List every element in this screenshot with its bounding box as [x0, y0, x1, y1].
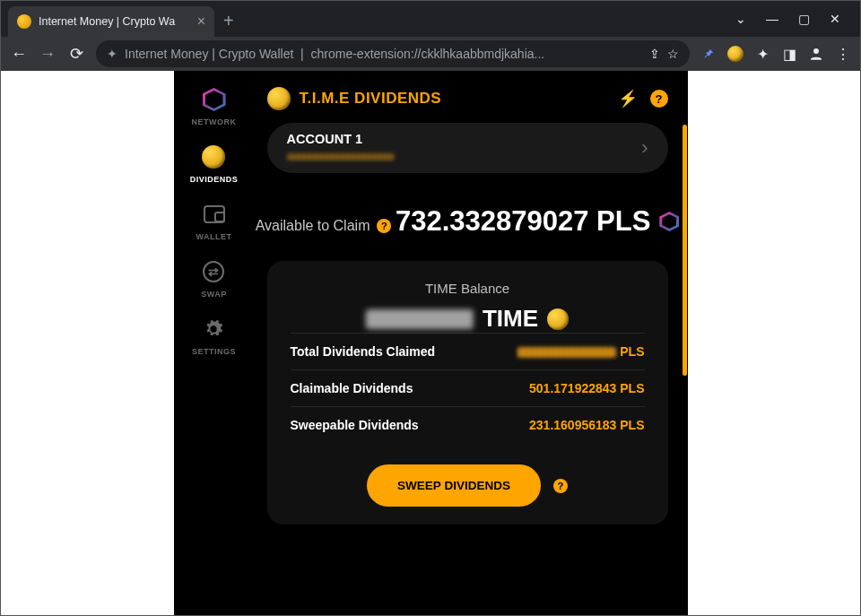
maximize-icon[interactable]: ▢ [798, 12, 810, 26]
sidebar-item-wallet[interactable]: WALLET [196, 202, 232, 241]
sidepanel-icon[interactable]: ◨ [781, 46, 797, 62]
browser-tab[interactable]: Internet Money | Crypto Wa × [8, 6, 214, 37]
sweep-dividends-button[interactable]: SWEEP DIVIDENDS [367, 464, 541, 507]
browser-toolbar: ← → ⟳ ✦ Internet Money | Crypto Wallet |… [1, 37, 860, 71]
wallet-icon [202, 202, 227, 227]
content-area: NETWORK DIVIDENDS WALLET ⇄ SWAP [1, 71, 860, 615]
window-controls: ⌄ — ▢ ✕ [723, 12, 853, 37]
stat-value: 501.171922843 PLS [529, 381, 644, 395]
chevron-down-icon[interactable]: ⌄ [735, 12, 746, 26]
swap-icon: ⇄ [201, 259, 226, 284]
extensions-icon[interactable]: ✦ [754, 46, 770, 62]
sidebar-label: DIVIDENDS [190, 175, 239, 184]
stat-row-sweepable: Sweepable Dividends 231.160956183 PLS [291, 406, 645, 443]
reload-button[interactable]: ⟳ [67, 44, 85, 64]
sidebar-item-swap[interactable]: ⇄ SWAP [201, 259, 227, 299]
minimize-icon[interactable]: — [766, 12, 778, 26]
browser-window: Internet Money | Crypto Wa × + ⌄ — ▢ ✕ ←… [0, 0, 861, 616]
help-icon[interactable]: ? [553, 479, 568, 493]
gear-icon [201, 317, 226, 342]
stat-label: Claimable Dividends [291, 381, 413, 395]
back-button[interactable]: ← [10, 45, 28, 64]
wallet-ext-icon[interactable] [727, 46, 744, 62]
time-coin-icon [267, 87, 291, 110]
wallet-app: NETWORK DIVIDENDS WALLET ⇄ SWAP [174, 71, 688, 615]
help-icon[interactable]: ? [377, 219, 391, 233]
close-window-icon[interactable]: ✕ [830, 12, 840, 26]
time-coin-icon [547, 308, 569, 330]
account-name: ACCOUNT 1 [287, 132, 395, 146]
new-tab-button[interactable]: + [214, 11, 243, 37]
balance-panel: TIME Balance TIME Total Dividends Claime… [267, 261, 668, 525]
time-unit: TIME [483, 305, 538, 333]
forward-button[interactable]: → [39, 45, 57, 64]
time-balance-row: TIME [291, 305, 645, 333]
kebab-menu-icon[interactable]: ⋮ [835, 46, 851, 62]
extension-puzzle-icon: ✦ [107, 47, 117, 61]
close-tab-icon[interactable]: × [197, 13, 205, 30]
stat-value: PLS [517, 344, 644, 359]
stat-row-claimable: Claimable Dividends 501.171922843 PLS [291, 369, 645, 406]
stat-value: 231.160956183 PLS [529, 418, 644, 432]
stat-label: Sweepable Dividends [291, 418, 419, 432]
pls-token-icon [659, 212, 679, 231]
network-icon [202, 87, 227, 112]
cta-row: SWEEP DIVIDENDS ? [291, 464, 645, 507]
dividends-icon [201, 144, 226, 169]
claim-summary: Available to Claim ? 732.332879027 PLS [255, 200, 681, 238]
sidebar-label: SETTINGS [192, 347, 236, 356]
main-panel: T.I.M.E DIVIDENDS ⚡ ? ACCOUNT 1 › Av [255, 71, 688, 615]
help-icon[interactable]: ? [650, 90, 668, 108]
omnibox-text: Internet Money | Crypto Wallet | chrome-… [125, 47, 642, 61]
account-address-hidden [287, 148, 395, 164]
scrollbar[interactable] [683, 125, 687, 376]
claim-amount: 732.332879027 PLS [396, 205, 650, 238]
claim-label: Available to Claim [256, 218, 370, 234]
bookmark-icon[interactable]: ☆ [667, 47, 679, 61]
panel-title: TIME Balance [291, 281, 645, 296]
stat-label: Total Dividends Claimed [291, 344, 436, 359]
account-selector[interactable]: ACCOUNT 1 › [267, 123, 668, 173]
sidebar-item-network[interactable]: NETWORK [192, 87, 237, 126]
sidebar-label: SWAP [201, 290, 227, 299]
sidebar: NETWORK DIVIDENDS WALLET ⇄ SWAP [174, 71, 255, 615]
page-header: T.I.M.E DIVIDENDS ⚡ ? [255, 87, 681, 123]
sidebar-label: NETWORK [192, 117, 237, 126]
chevron-right-icon: › [641, 136, 648, 160]
page-title: T.I.M.E DIVIDENDS [300, 90, 442, 108]
sidebar-item-dividends[interactable]: DIVIDENDS [190, 144, 239, 184]
sidebar-label: WALLET [196, 232, 232, 241]
time-balance-hidden [366, 309, 474, 329]
sidebar-item-settings[interactable]: SETTINGS [192, 317, 236, 356]
pin-icon[interactable] [700, 46, 717, 62]
svg-point-0 [813, 48, 819, 54]
tab-title: Internet Money | Crypto Wa [39, 15, 190, 28]
stat-row-total: Total Dividends Claimed PLS [291, 333, 645, 369]
address-bar[interactable]: ✦ Internet Money | Crypto Wallet | chrom… [96, 40, 690, 67]
tab-strip: Internet Money | Crypto Wa × + ⌄ — ▢ ✕ [1, 1, 860, 37]
favicon-icon [17, 14, 31, 29]
bolt-icon[interactable]: ⚡ [618, 89, 638, 108]
profile-icon[interactable] [808, 46, 824, 62]
share-icon[interactable]: ⇪ [649, 47, 660, 61]
